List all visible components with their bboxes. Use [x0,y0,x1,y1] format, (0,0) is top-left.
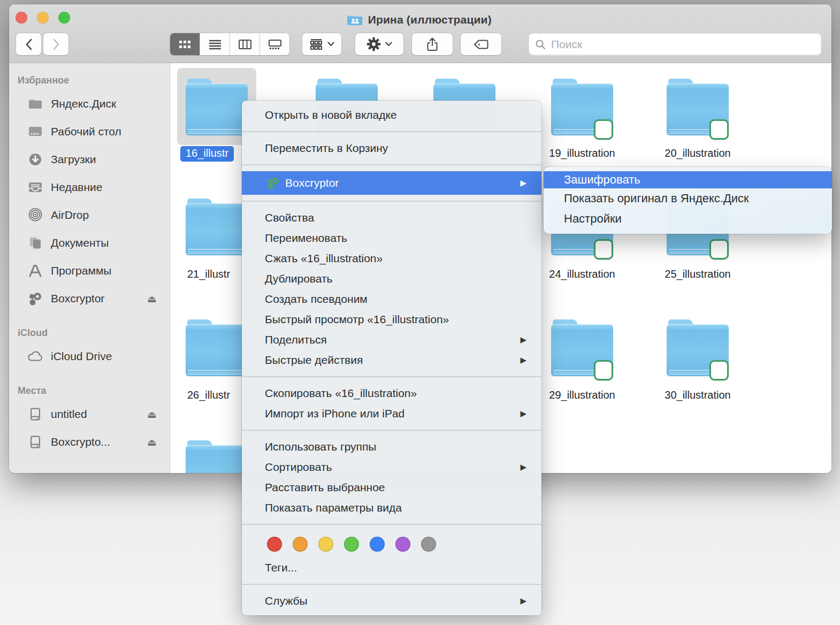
zoom-button[interactable] [58,12,70,24]
folder-label: 29_illustration [529,389,636,401]
menu-item-label: Открыть в новой вкладке [265,109,397,121]
tag-color-dot[interactable] [293,537,308,552]
share-button[interactable] [412,33,453,55]
folder-20_illustration[interactable]: 20_illustration [644,79,751,79]
folder-icon [186,79,248,135]
menu-item-быстрые-действия[interactable]: Быстрые действия▶ [242,350,541,370]
boxcryptor-submenu: ЗашифроватьПоказать оригинал в Яндекс.Ди… [544,167,832,234]
sidebar-section-gap [9,312,170,323]
sidebar-item-label: Boxcrypto... [51,436,110,448]
menu-item-сортировать[interactable]: Сортировать▶ [242,457,541,477]
traffic-lights [16,12,70,24]
folder-29_illustration[interactable]: 29_illustration [529,319,636,320]
sidebar-item-label: Загрузки [51,153,96,166]
menu-item-label: Поделиться [265,333,327,346]
sidebar-item-программы[interactable]: Программы [9,257,170,285]
close-button[interactable] [16,12,27,24]
menu-item-переименовать[interactable]: Переименовать [242,228,541,248]
eject-icon[interactable]: ⏏ [147,293,157,305]
minimize-button[interactable] [37,12,49,24]
drive-icon [27,435,44,449]
menu-item-сжать-16-illustration-[interactable]: Сжать «16_illustration» [242,248,541,269]
menu-item-теги-[interactable]: Теги... [242,558,541,578]
folder-label: 26_illustr [187,389,230,401]
menu-item-скопировать-16-illustration-[interactable]: Скопировать «16_illustration» [242,383,541,403]
menu-item-переместить-в-корзину[interactable]: Переместить в Корзину [242,138,541,158]
search-input[interactable] [550,37,815,51]
view-columns-button[interactable] [230,33,260,55]
menu-item-показать-параметры-вида[interactable]: Показать параметры вида [242,498,541,518]
tag-color-dot[interactable] [370,537,385,552]
menu-item-label: Сжать «16_illustration» [265,252,383,265]
folder-untitled[interactable] [411,79,518,79]
menu-item-boxcryptor[interactable]: Boxcryptor▶ [242,171,541,195]
share-icon [426,37,439,52]
folder-19_illustration[interactable]: 19_illustration [529,79,636,79]
menu-item-службы[interactable]: Службы▶ [242,591,541,611]
sidebar-item-boxcryptor[interactable]: Boxcryptor⏏ [9,285,170,312]
sidebar-item-яндекс-диск[interactable]: Яндекс.Диск [9,90,170,118]
menu-separator [242,131,541,132]
sidebar-item-загрузки[interactable]: Загрузки [9,146,170,173]
sidebar-item-документы[interactable]: Документы [9,229,170,257]
menu-item-импорт-из-iphone-или-ipad[interactable]: Импорт из iPhone или iPad▶ [242,403,541,424]
window-header: Ирина (иллюстрации) [9,4,831,63]
menu-item-поделиться[interactable]: Поделиться▶ [242,330,541,350]
menu-item-label: Свойства [265,211,314,224]
tag-icon [473,39,489,50]
tag-color-dot[interactable] [344,537,359,552]
view-mode-control [170,33,289,55]
sidebar-section-gap [9,370,170,381]
sidebar-item-недавние[interactable]: Недавние [9,173,170,201]
folder-label: 24_illustration [529,268,636,280]
menu-item-использовать-группы[interactable]: Использовать группы [242,437,541,457]
sidebar-item-icloud-drive[interactable]: iCloud Drive [9,342,170,370]
sidebar-item-untitled[interactable]: untitled⏏ [9,400,170,428]
menu-item-label: Скопировать «16_illustration» [265,387,417,400]
sidebar-item-boxcrypto-[interactable]: Boxcrypto...⏏ [9,428,170,456]
menu-item-label: Импорт из iPhone или iPad [265,407,404,420]
desktop-icon [27,124,44,139]
view-grid-button[interactable] [170,33,200,55]
folder-label: 19_illustration [529,147,636,159]
view-list-button[interactable] [200,33,230,55]
submenu-item-показать-оригинал-в-яндекс-диск[interactable]: Показать оригинал в Яндекс.Диск [544,188,832,209]
shared-folder-icon [346,13,363,26]
sidebar-item-label: Документы [51,237,109,249]
menu-item-быстрый-просмотр-16-illustration-[interactable]: Быстрый просмотр «16_illustration» [242,309,541,330]
boxcryptor-icon [266,177,280,189]
tag-color-dot[interactable] [395,537,410,552]
menu-item-label: Boxcryptor [285,177,339,189]
menu-item-label: Теги... [265,561,297,574]
tag-color-dot[interactable] [267,537,282,552]
menu-item-свойства[interactable]: Свойства [242,208,541,228]
sidebar-section-header: Места [9,381,170,400]
folder-16_illustr[interactable]: 16_illustr [171,79,270,79]
tag-color-dot[interactable] [318,537,333,552]
sidebar-item-рабочий-стол[interactable]: Рабочий стол [9,118,170,146]
menu-item-открыть-в-новой-вкладке[interactable]: Открыть в новой вкладке [242,105,541,125]
submenu-item-настройки[interactable]: Настройки [544,209,832,229]
tag-color-dot[interactable] [421,537,436,552]
tag-color-row [242,531,541,558]
menu-item-дублировать[interactable]: Дублировать [242,269,541,289]
folder-icon [186,199,248,255]
sidebar-item-airdrop[interactable]: AirDrop [9,201,170,229]
sidebar-item-label: Boxcryptor [51,292,104,305]
folder-30_illustration[interactable]: 30_illustration [644,319,751,320]
menu-item-создать-псевдоним[interactable]: Создать псевдоним [242,289,541,309]
drive-icon [27,407,44,422]
eject-icon[interactable]: ⏏ [147,436,157,448]
eject-icon[interactable]: ⏏ [147,408,157,421]
action-gear-button[interactable] [355,33,403,55]
group-by-button[interactable] [302,33,341,55]
back-button[interactable] [16,33,41,55]
tag-button[interactable] [461,33,501,55]
menu-item-расставить-выбранное[interactable]: Расставить выбранное [242,477,541,498]
search-field[interactable] [529,33,821,55]
view-gallery-button[interactable] [260,33,289,55]
submenu-item-зашифровать[interactable]: Зашифровать [544,171,832,188]
forward-button[interactable] [43,33,68,55]
folder-untitled[interactable] [293,79,400,79]
submenu-arrow-icon: ▶ [520,335,526,345]
